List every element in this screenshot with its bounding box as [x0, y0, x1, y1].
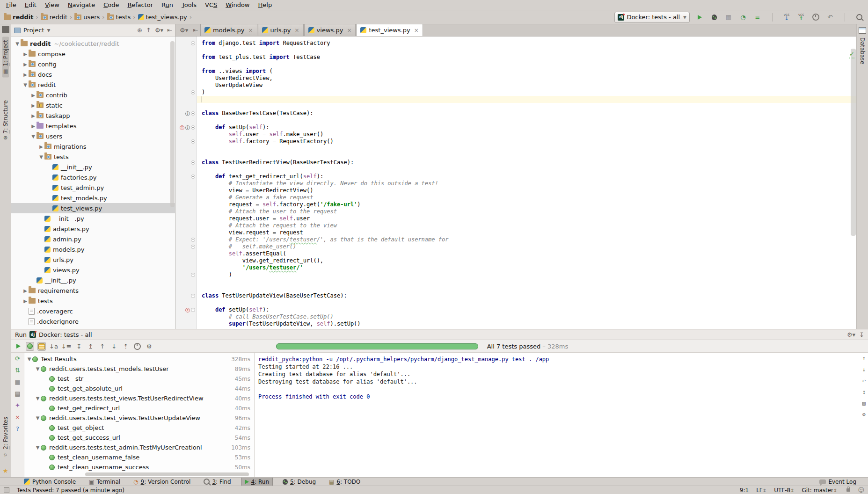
- print-icon[interactable]: ▤: [862, 400, 866, 407]
- sort-by-duration-button[interactable]: ↓≡: [61, 342, 72, 351]
- tree-item-docs[interactable]: ▶docs: [11, 69, 175, 80]
- stripe-item-1-project[interactable]: ▤1: Project: [2, 37, 9, 78]
- test-result-row[interactable]: ▼Test Results328ms: [24, 354, 254, 364]
- tree-toggle-icon[interactable]: ▶: [30, 103, 36, 108]
- menu-run[interactable]: Run: [157, 1, 177, 8]
- tree-item-tests[interactable]: ▼tests: [11, 152, 175, 162]
- code-editor[interactable]: from django.test import RequestFactoryfr…: [197, 36, 856, 329]
- run-dashboard-button[interactable]: ≡: [755, 14, 760, 21]
- tree-toggle-icon[interactable]: ▶: [22, 51, 29, 57]
- tree-toggle-icon[interactable]: ▼: [35, 445, 41, 450]
- code-line[interactable]: [197, 103, 856, 110]
- code-line[interactable]: from ..views import (: [197, 68, 856, 75]
- status-git-master[interactable]: Git: master⇕: [798, 487, 841, 494]
- tab-views-py[interactable]: views.py×: [304, 24, 356, 36]
- status-utf-8[interactable]: UTF-8⇕: [770, 487, 798, 494]
- tree-item-migrations[interactable]: ▶migrations: [11, 141, 175, 152]
- tree-toggle-icon[interactable]: ▶: [22, 298, 29, 304]
- show-ignored-toggle[interactable]: [37, 342, 46, 351]
- stripe-item-database[interactable]: Database: [859, 36, 866, 66]
- menu-help[interactable]: Help: [254, 1, 277, 8]
- menu-vcs[interactable]: VCS: [201, 1, 221, 8]
- code-line[interactable]: [197, 96, 856, 103]
- tree-item-models-py[interactable]: models.py: [11, 244, 175, 254]
- override-down-icon[interactable]: ↓: [185, 111, 190, 116]
- fold-marker-icon[interactable]: [191, 174, 195, 179]
- override-up-icon[interactable]: ↑: [185, 308, 190, 312]
- tree-toggle-icon[interactable]: ▼: [38, 154, 44, 160]
- tree-toggle-icon[interactable]: ▼: [14, 41, 21, 46]
- fold-marker-icon[interactable]: [191, 273, 195, 277]
- pin-icon[interactable]: ✦: [15, 402, 20, 409]
- tree-item-urls-py[interactable]: urls.py: [11, 254, 175, 265]
- toggle-toolwindows-icon[interactable]: [4, 487, 9, 493]
- code-line[interactable]: [197, 299, 856, 306]
- code-line[interactable]: # Attach the user to the request: [197, 208, 856, 215]
- code-line[interactable]: super(TestUserUpdateView, self).setUp(): [197, 320, 856, 327]
- stripe-item-2-favorites[interactable]: ☆2: Favorites: [2, 414, 9, 461]
- sort-alphabetically-button[interactable]: ↓a: [49, 342, 58, 351]
- code-line[interactable]: self.user = self.make_user(): [197, 131, 856, 138]
- toolwindow-button-6-todo[interactable]: ▤6: TODO: [326, 478, 364, 486]
- code-line[interactable]: class TestUserUpdateView(BaseUserTestCas…: [197, 292, 856, 299]
- tab-models-py[interactable]: models.py×: [200, 24, 257, 36]
- rerun-tests-icon[interactable]: ⟳: [15, 356, 20, 362]
- tree-item--dockerignore[interactable]: .dockerignore: [11, 316, 175, 327]
- close-tab-icon[interactable]: ×: [295, 27, 299, 34]
- close-tab-icon[interactable]: ×: [248, 27, 253, 34]
- code-line[interactable]: [197, 278, 856, 285]
- expand-all-button[interactable]: ↧: [75, 342, 83, 351]
- hide-panel-button[interactable]: ↧: [859, 331, 864, 338]
- override-up-icon[interactable]: ↑: [180, 125, 184, 130]
- menu-refactor[interactable]: Refactor: [123, 1, 157, 8]
- close-tab-icon[interactable]: ×: [347, 27, 351, 34]
- hector-icon[interactable]: ☺: [858, 487, 864, 494]
- tree-item-views-py[interactable]: views.py: [11, 265, 175, 275]
- search-everywhere-button[interactable]: [856, 14, 862, 20]
- scroll-up-icon[interactable]: ↑: [862, 355, 866, 362]
- test-result-row[interactable]: test_get_absolute_url44ms: [24, 384, 254, 393]
- tree-item-compose[interactable]: ▶compose: [11, 49, 175, 59]
- code-line[interactable]: from test_plus.test import TestCase: [197, 54, 856, 61]
- scroll-to-end-icon[interactable]: ↧: [862, 388, 866, 396]
- database-icon[interactable]: [859, 27, 866, 34]
- tree-toggle-icon[interactable]: ▼: [35, 396, 41, 401]
- code-line[interactable]: [197, 117, 856, 124]
- code-line[interactable]: class TestUserRedirectView(BaseUserTestC…: [197, 159, 856, 166]
- tree-item-reddit[interactable]: ▼reddit: [11, 80, 175, 90]
- rollback-button[interactable]: ↶: [828, 14, 833, 21]
- project-panel-title[interactable]: Project▼: [14, 27, 133, 34]
- menu-code[interactable]: Code: [99, 1, 123, 8]
- code-line[interactable]: request.user = self.user: [197, 215, 856, 222]
- tree-toggle-icon[interactable]: ▶: [22, 72, 29, 77]
- code-line[interactable]: self.assertEqual(: [197, 250, 856, 257]
- test-result-row[interactable]: ▼reddit.users.tests.test_admin.TestMyUse…: [24, 443, 254, 452]
- debug-button[interactable]: [712, 15, 717, 20]
- tree-item-__init__-py[interactable]: __init__.py: [11, 162, 175, 172]
- scroll-down-icon[interactable]: ↓: [862, 366, 866, 373]
- tree-toggle-icon[interactable]: ▼: [22, 82, 29, 87]
- tree-toggle-icon[interactable]: ▶: [38, 144, 44, 149]
- toolwindow-button-5-debug[interactable]: 5: Debug: [279, 478, 319, 486]
- breadcrumb-item[interactable]: tests: [107, 14, 131, 21]
- inspections-ok-icon[interactable]: ✓: [849, 51, 854, 58]
- code-line[interactable]: [197, 61, 856, 68]
- next-occurrence-button[interactable]: ↓: [110, 342, 118, 351]
- fold-marker-icon[interactable]: [191, 294, 195, 298]
- fold-marker-icon[interactable]: [191, 308, 195, 312]
- code-line[interactable]: def setUp(self):: [197, 124, 856, 131]
- test-result-row[interactable]: test_clean_username_success50ms: [24, 462, 254, 472]
- fold-marker-icon[interactable]: [191, 125, 195, 130]
- test-console-output[interactable]: reddit_pycha:python -u /opt/.pycharm_hel…: [255, 353, 868, 477]
- tree-item-__init__-py[interactable]: __init__.py: [11, 213, 175, 224]
- code-line[interactable]: ): [197, 89, 856, 96]
- menu-navigate[interactable]: Navigate: [64, 1, 99, 8]
- tree-item-__init__-py[interactable]: __init__.py: [11, 275, 175, 285]
- tree-toggle-icon[interactable]: ▼: [26, 356, 32, 362]
- tree-item-templates[interactable]: ▶templates: [11, 121, 175, 131]
- code-line[interactable]: view.request = request: [197, 229, 856, 236]
- tree-toggle-icon[interactable]: ▶: [30, 93, 36, 98]
- tree-item-static[interactable]: ▶static: [11, 100, 175, 110]
- code-line[interactable]: self.factory = RequestFactory(): [197, 138, 856, 145]
- breadcrumb-item[interactable]: reddit: [4, 14, 34, 21]
